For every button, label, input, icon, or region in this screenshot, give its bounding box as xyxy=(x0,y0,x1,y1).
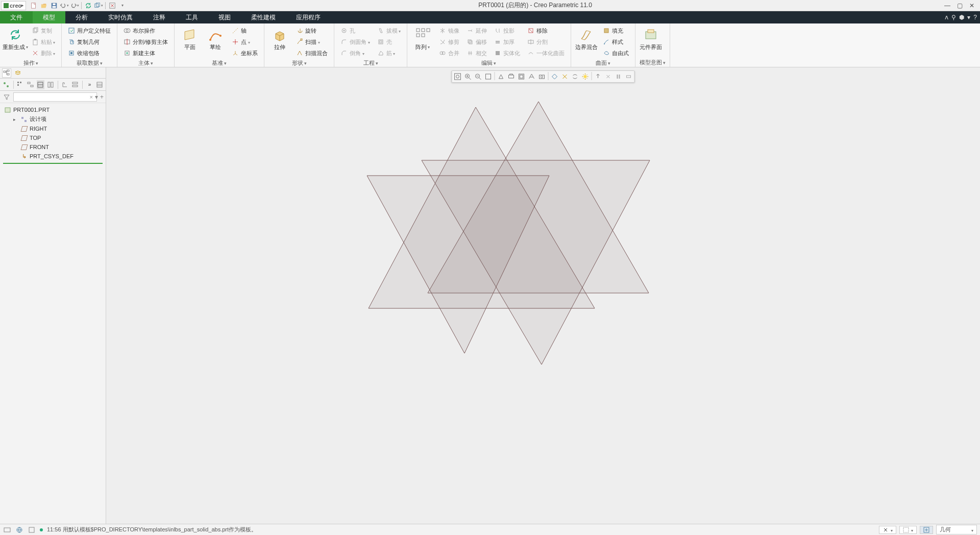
svg-rect-30 xyxy=(427,29,430,32)
tab-flexmodel[interactable]: 柔性建模 xyxy=(241,11,286,23)
tree-settings-icon[interactable] xyxy=(95,80,104,89)
tab-view[interactable]: 视图 xyxy=(208,11,241,23)
ribbon-collapse-icon[interactable]: ʌ xyxy=(945,14,948,21)
group-label[interactable]: 主体 xyxy=(121,58,170,67)
坐标系-button[interactable]: 坐标系 xyxy=(230,48,260,58)
用户定义特征-button[interactable]: 用户定义特征 xyxy=(66,26,113,36)
regen-icon[interactable] xyxy=(84,1,93,10)
样式-button[interactable]: 样式 xyxy=(601,37,631,47)
平面-button[interactable]: 平面 xyxy=(179,25,201,50)
复制几何-button[interactable]: 复制几何 xyxy=(66,37,113,47)
拉伸-button[interactable]: 拉伸 xyxy=(268,25,291,50)
新建主体-button[interactable]: 新建主体 xyxy=(121,48,170,58)
filter-clear-icon[interactable]: × xyxy=(90,94,93,100)
svg-rect-11 xyxy=(69,28,74,33)
tab-file[interactable]: 文件 xyxy=(0,11,33,23)
旋转-button[interactable]: 旋转 xyxy=(294,26,330,36)
分割/修剪主体-button[interactable]: 分割/修剪主体 xyxy=(121,37,170,47)
open-icon[interactable] xyxy=(39,1,48,10)
smart-select-button[interactable] xyxy=(920,526,933,534)
重新生成-button[interactable]: 重新生成 xyxy=(4,25,27,51)
close-window-icon[interactable] xyxy=(108,1,117,10)
maximize-button[interactable]: ▢ xyxy=(955,2,964,10)
sb-find-icon[interactable] xyxy=(28,526,36,534)
tree-item-csys[interactable]: PRT_CSYS_DEF xyxy=(0,152,106,161)
model-tree-panel: » × ▾ + PRT0001.PRT ▸ 设计项 RIGHT xyxy=(0,67,106,524)
copy-icon xyxy=(32,27,39,34)
group-label[interactable]: 曲面 xyxy=(575,58,631,67)
redo-icon[interactable]: ▾ xyxy=(70,1,79,10)
粘贴-button: 粘贴 xyxy=(30,37,57,47)
tab-tools[interactable]: 工具 xyxy=(176,11,208,23)
自由式-button[interactable]: 自由式 xyxy=(601,48,631,58)
bool-icon xyxy=(124,27,131,34)
移除-button[interactable]: 移除 xyxy=(525,26,567,36)
tree-item-top[interactable]: TOP xyxy=(0,133,106,142)
group-label[interactable]: 基准 xyxy=(179,58,260,67)
扫描-button[interactable]: 扫描 xyxy=(294,37,330,47)
group-label[interactable]: 操作 xyxy=(4,58,57,67)
扫描混合-button[interactable]: 扫描混合 xyxy=(294,48,330,58)
insert-indicator[interactable] xyxy=(3,163,103,164)
tree-item-right[interactable]: RIGHT xyxy=(0,124,106,133)
selection-filter[interactable]: 几何 xyxy=(936,525,977,534)
tree-item-front[interactable]: FRONT xyxy=(0,142,106,152)
筋-button: 筋 xyxy=(375,48,403,58)
sb-messages-icon[interactable] xyxy=(3,526,11,534)
graphics-canvas[interactable] xyxy=(106,67,980,524)
svg-rect-35 xyxy=(468,40,471,43)
filter-add-icon[interactable]: + xyxy=(100,93,104,101)
undo-icon[interactable]: ▾ xyxy=(60,1,69,10)
trim-icon xyxy=(439,38,446,45)
group-label[interactable]: 模型意图 xyxy=(640,58,666,67)
tree-root[interactable]: PRT0001.PRT xyxy=(0,105,106,114)
group-label[interactable]: 工程 xyxy=(338,58,402,67)
windows-icon[interactable]: ▾ xyxy=(94,1,103,10)
tab-analysis[interactable]: 分析 xyxy=(65,11,98,23)
填充-button[interactable]: 填充 xyxy=(601,26,631,36)
tab-model[interactable]: 模型 xyxy=(33,11,65,23)
元件界面-button[interactable]: 元件界面 xyxy=(640,25,662,50)
轴-button[interactable]: 轴 xyxy=(230,26,260,36)
tree-filter-input[interactable] xyxy=(13,92,97,102)
new-icon[interactable] xyxy=(29,1,38,10)
tree-tool-6[interactable] xyxy=(61,80,69,89)
tree-tool-4[interactable] xyxy=(37,80,45,89)
收缩包络-button[interactable]: 收缩包络 xyxy=(66,48,113,58)
tab-livesim[interactable]: 实时仿真 xyxy=(98,11,143,23)
filter-icon[interactable] xyxy=(2,92,11,102)
status-bar: 11:56 用默认模板$PRO_DIRECTORY\templates\inlb… xyxy=(0,524,980,535)
group-label[interactable]: 编辑 xyxy=(411,58,567,67)
minimize-button[interactable]: — xyxy=(943,2,951,10)
tree-tab-model[interactable] xyxy=(2,68,11,78)
group-label[interactable]: 获取数据 xyxy=(66,58,113,67)
settings-icon[interactable]: ⬢ xyxy=(959,14,964,21)
help-dropdown-icon[interactable]: ▾ xyxy=(967,14,970,21)
help-icon[interactable]: ? xyxy=(973,14,977,21)
close-button[interactable]: ✕ xyxy=(968,2,976,10)
group-label[interactable]: 形状 xyxy=(268,58,330,67)
tab-annotate[interactable]: 注释 xyxy=(143,11,176,23)
tree-tool-8[interactable]: » xyxy=(86,80,94,89)
tree-item-design[interactable]: ▸ 设计项 xyxy=(0,114,106,124)
qat-customize-icon[interactable]: ▾ xyxy=(118,1,127,10)
save-icon[interactable] xyxy=(50,1,59,10)
svg-rect-94 xyxy=(903,527,909,532)
select-mode-button[interactable] xyxy=(899,526,917,534)
tree-tool-2[interactable] xyxy=(16,80,24,89)
点-button[interactable]: 点 xyxy=(230,37,260,47)
边界混合-button[interactable]: 边界混合 xyxy=(575,25,598,50)
tab-apps[interactable]: 应用程序 xyxy=(286,11,331,23)
草绘-button[interactable]: 草绘 xyxy=(204,25,227,50)
search-cmd-icon[interactable]: ⚲ xyxy=(951,14,956,21)
tree-tool-1[interactable] xyxy=(2,80,10,89)
tree-tool-3[interactable] xyxy=(27,80,35,89)
filter-more-icon[interactable]: ▾ xyxy=(95,93,98,101)
sb-browser-icon[interactable] xyxy=(15,526,23,534)
tree-tool-5[interactable] xyxy=(46,80,55,89)
tree-tab-layers[interactable] xyxy=(13,68,22,78)
tree-tool-7[interactable] xyxy=(71,80,79,89)
find-button[interactable] xyxy=(879,526,896,534)
阵列-button[interactable]: 阵列 xyxy=(411,25,434,51)
布尔操作-button[interactable]: 布尔操作 xyxy=(121,26,170,36)
